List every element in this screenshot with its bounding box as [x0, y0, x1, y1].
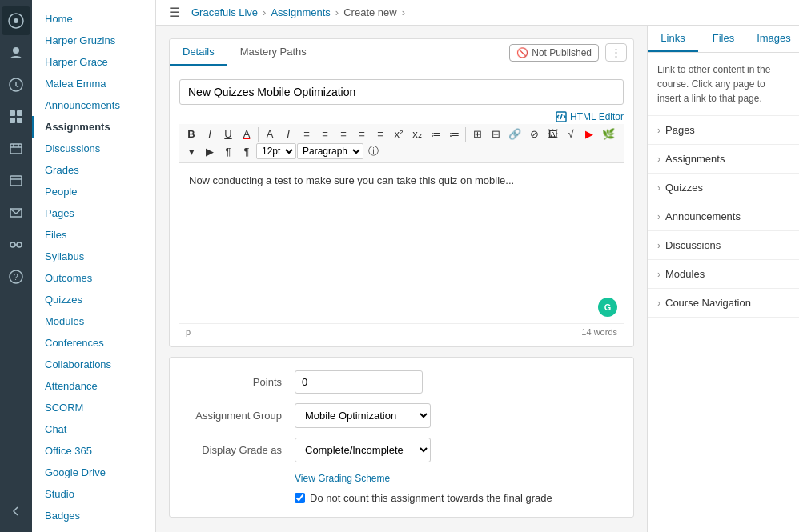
right-tab-images[interactable]: Images: [749, 26, 799, 52]
right-item-announcements[interactable]: ›Announcements: [648, 202, 799, 231]
right-item-modules[interactable]: ›Modules: [648, 260, 799, 289]
right-tab-files[interactable]: Files: [698, 26, 749, 52]
right-tab-links[interactable]: Links: [648, 26, 698, 52]
sidebar-item-grades[interactable]: Grades: [32, 159, 155, 181]
sidebar-item-malea-emma[interactable]: Malea Emma: [32, 73, 155, 94]
font-size-select[interactable]: 12pt 14pt 18pt: [256, 143, 296, 159]
account-icon[interactable]: [2, 38, 30, 67]
sidebar-item-conferences[interactable]: Conferences: [32, 332, 155, 354]
svg-point-11: [17, 242, 22, 247]
editor-wrap: Now conducting a test to make sure you c…: [179, 163, 624, 323]
sidebar-item-office-365[interactable]: Office 365: [32, 440, 155, 462]
image-button[interactable]: 🖼: [544, 126, 561, 142]
dropdown-button[interactable]: ▾: [183, 144, 200, 159]
table-button[interactable]: ⊞: [468, 126, 486, 142]
table2-button[interactable]: ⊟: [487, 126, 504, 142]
right-item-label: Pages: [665, 124, 695, 136]
commons-icon[interactable]: [2, 230, 30, 259]
points-input[interactable]: [295, 370, 423, 394]
sidebar-item-attendance[interactable]: Attendance: [32, 375, 155, 397]
media-button[interactable]: ▶: [580, 126, 598, 142]
sidebar-item-outcomes[interactable]: Outcomes: [32, 267, 155, 289]
display-grade-select[interactable]: Complete/Incomplete: [295, 438, 431, 462]
bold-button[interactable]: B: [183, 126, 200, 142]
breadcrumb-home[interactable]: Gracefuls Live: [191, 6, 258, 18]
unlink-button[interactable]: ⊘: [525, 126, 543, 142]
right-item-quizzes[interactable]: ›Quizzes: [648, 174, 799, 202]
canvas-logo-icon[interactable]: [2, 6, 30, 35]
align-center-button[interactable]: ≡: [316, 126, 334, 142]
sidebar-item-syllabus[interactable]: Syllabus: [32, 246, 155, 267]
sidebar-item-people[interactable]: People: [32, 181, 155, 202]
superscript-button[interactable]: x²: [390, 126, 408, 142]
right-item-pages[interactable]: ›Pages: [648, 116, 799, 145]
sidebar-item-badges[interactable]: Badges: [32, 505, 155, 526]
italic2-button[interactable]: I: [279, 126, 297, 142]
assignment-title-input[interactable]: [179, 79, 624, 105]
sidebar-item-announcements[interactable]: Announcements: [32, 94, 155, 116]
unordered-list-button[interactable]: ≔: [427, 126, 444, 142]
right-item-course-navigation[interactable]: ›Course Navigation: [648, 289, 799, 318]
right-item-assignments[interactable]: ›Assignments: [648, 145, 799, 174]
dashboard-icon[interactable]: [2, 102, 30, 131]
view-grading-link[interactable]: View Grading Scheme: [295, 473, 390, 484]
collapse-icon[interactable]: [2, 497, 30, 526]
align-right-button[interactable]: ≡: [335, 126, 352, 142]
right-item-label: Announcements: [665, 210, 741, 222]
sidebar-item-pages[interactable]: Pages: [32, 202, 155, 224]
formula-button[interactable]: √: [562, 126, 580, 142]
align-justify-button[interactable]: ≡: [353, 126, 371, 142]
sidebar-item-quizzes[interactable]: Quizzes: [32, 289, 155, 310]
highlight-button[interactable]: A: [261, 126, 279, 142]
svg-rect-5: [17, 110, 22, 116]
sidebar-item-home[interactable]: Home: [32, 8, 155, 30]
italic-button[interactable]: I: [201, 126, 219, 142]
sidebar-item-collaborations[interactable]: Collaborations: [32, 354, 155, 375]
sidebar-item-studio[interactable]: Studio: [32, 483, 155, 505]
clock-icon[interactable]: [2, 70, 30, 99]
hamburger-icon[interactable]: ☰: [169, 5, 180, 20]
sidebar-item-chat[interactable]: Chat: [32, 418, 155, 440]
indent-button[interactable]: ≡: [371, 126, 389, 142]
underline-button[interactable]: U: [219, 126, 237, 142]
publish-status-badge[interactable]: 🚫 Not Published: [509, 44, 599, 62]
sidebar-item-harper-grace[interactable]: Harper Grace: [32, 51, 155, 73]
help-icon[interactable]: ?: [2, 262, 30, 291]
chevron-icon: ›: [657, 182, 660, 194]
paragraph-select[interactable]: Paragraph Heading 1 Heading 2: [297, 143, 363, 159]
tab-mastery-paths[interactable]: Mastery Paths: [227, 39, 319, 66]
eco-button[interactable]: 🌿: [599, 126, 618, 142]
no-final-grade-checkbox[interactable]: [295, 493, 305, 503]
format-button[interactable]: ¶: [238, 144, 255, 159]
calendar-icon[interactable]: [2, 166, 30, 195]
courses-icon[interactable]: [2, 134, 30, 163]
svg-rect-8: [10, 144, 22, 154]
sidebar-item-harper-gruzins[interactable]: Harper Gruzins: [32, 30, 155, 51]
align-left-button[interactable]: ≡: [298, 126, 315, 142]
paragraph-mark-button[interactable]: ¶: [219, 144, 237, 159]
sidebar-item-google-drive[interactable]: Google Drive: [32, 462, 155, 483]
editor-toolbar: B I U A A I ≡ ≡ ≡ ≡ ≡ x² x₂ ≔: [179, 124, 624, 163]
publish-icon: 🚫: [516, 47, 528, 58]
sidebar-item-scorm[interactable]: SCORM: [32, 397, 155, 418]
editor-text-area[interactable]: Now conducting a test to make sure you c…: [179, 163, 624, 323]
chevron-icon: ›: [657, 269, 660, 280]
breadcrumb-assignments[interactable]: Assignments: [271, 6, 330, 18]
help-toolbar-button[interactable]: ⓘ: [364, 142, 382, 160]
sidebar-item-modules[interactable]: Modules: [32, 310, 155, 332]
ordered-list-button[interactable]: ≔: [445, 126, 463, 142]
sidebar-item-discussions[interactable]: Discussions: [32, 138, 155, 159]
inbox-icon[interactable]: [2, 198, 30, 227]
assignment-group-select[interactable]: Mobile Optimization: [295, 403, 431, 428]
subscript-button[interactable]: x₂: [408, 126, 426, 142]
video-button[interactable]: ▶: [201, 144, 219, 159]
more-options-button[interactable]: ⋮: [605, 43, 627, 62]
right-item-discussions[interactable]: ›Discussions: [648, 231, 799, 260]
link-button[interactable]: 🔗: [505, 126, 524, 142]
font-color-button[interactable]: A: [238, 126, 255, 142]
tab-details[interactable]: Details: [170, 39, 227, 66]
sidebar-item-files[interactable]: Files: [32, 224, 155, 246]
assignment-group-label: Assignment Group: [183, 410, 295, 422]
html-editor-link[interactable]: HTML Editor: [179, 111, 624, 122]
sidebar-item-assignments[interactable]: Assignments: [32, 116, 155, 138]
